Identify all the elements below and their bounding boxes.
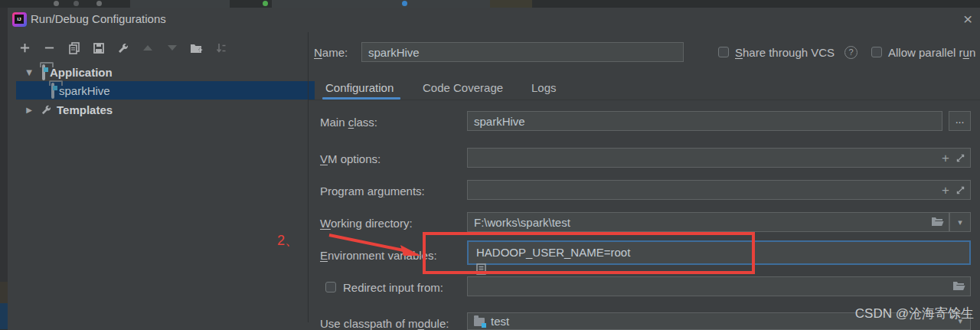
vm-options-input[interactable]: + <box>467 148 971 168</box>
tabs-separator <box>309 100 980 100</box>
open-folder-icon[interactable] <box>952 281 965 292</box>
background-icon <box>74 1 79 6</box>
add-icon[interactable]: + <box>942 152 949 165</box>
background-icon <box>54 1 59 6</box>
application-type-icon <box>51 84 54 97</box>
background-icon <box>263 1 268 6</box>
working-directory-label: Working directory: <box>320 217 413 230</box>
main-class-input[interactable]: sparkHive <box>467 111 942 131</box>
chevron-collapsed-icon[interactable]: ▶ <box>24 106 34 114</box>
panel-divider <box>308 32 309 322</box>
sort-alphabetically-icon <box>214 41 227 54</box>
program-arguments-label: Program arguments: <box>320 185 425 198</box>
remove-icon[interactable] <box>43 41 56 54</box>
tree-item-label: Application <box>50 66 113 79</box>
background-ide-left-strip <box>0 8 8 330</box>
working-directory-dropdown-button[interactable]: ▾ <box>949 212 971 232</box>
chevron-expanded-icon[interactable]: ▼ <box>24 68 34 77</box>
save-icon[interactable] <box>92 41 105 54</box>
program-arguments-input[interactable]: + <box>467 180 971 200</box>
chevron-down-icon: ▾ <box>958 312 962 330</box>
name-label: Name: <box>314 46 348 59</box>
intellij-logo-icon: IJ <box>12 12 27 27</box>
tree-item-templates[interactable]: ▶ Templates <box>16 100 315 119</box>
module-combobox[interactable]: test ▾ <box>467 312 971 330</box>
new-folder-icon[interactable] <box>190 41 203 54</box>
dialog-title: Run/Debug Configurations <box>31 12 166 25</box>
environment-variables-input[interactable]: HADOOP_USER_NAME=root <box>467 240 971 265</box>
background-icon <box>402 1 407 6</box>
edit-defaults-wrench-icon[interactable] <box>116 41 129 54</box>
move-up-icon <box>141 41 154 54</box>
working-directory-input[interactable]: F:\works\spark\test <box>467 212 949 232</box>
expand-field-icon[interactable] <box>956 153 965 163</box>
configurations-toolbar <box>18 41 227 54</box>
module-icon <box>474 318 485 326</box>
tree-item-label: sparkHive <box>59 84 110 97</box>
main-class-label: Main class: <box>320 116 377 129</box>
redirect-input-label: Redirect input from: <box>343 281 443 294</box>
browse-variables-list-icon[interactable] <box>476 263 962 275</box>
name-input[interactable]: sparkHive <box>361 42 684 62</box>
redirect-input-checkbox[interactable] <box>325 282 336 292</box>
templates-wrench-icon <box>41 104 52 116</box>
expand-field-icon[interactable] <box>956 185 965 195</box>
help-icon[interactable]: ? <box>844 46 858 59</box>
move-down-icon <box>165 41 178 54</box>
tree-item-sparkhive-selected[interactable]: sparkHive <box>16 81 315 100</box>
allow-parallel-run-label: Allow parallel run <box>888 46 975 59</box>
allow-parallel-run-checkbox[interactable] <box>871 47 882 57</box>
share-through-vcs-label: Share through VCS <box>735 46 835 59</box>
add-icon[interactable] <box>18 41 31 54</box>
copy-icon[interactable] <box>67 41 80 54</box>
share-through-vcs-checkbox[interactable] <box>718 47 729 57</box>
application-type-icon <box>42 66 45 79</box>
redirect-input-input[interactable] <box>467 276 971 296</box>
background-icon <box>96 1 102 6</box>
tree-item-application[interactable]: ▼ Application <box>16 63 315 81</box>
tree-item-label: Templates <box>57 103 113 116</box>
open-folder-icon[interactable] <box>931 217 944 227</box>
vm-options-label: VM options: <box>320 152 381 165</box>
use-classpath-label: Use classpath of module: <box>320 317 449 330</box>
tab-configuration[interactable]: Configuration <box>325 81 394 94</box>
close-icon[interactable]: × <box>963 11 972 27</box>
tab-code-coverage[interactable]: Code Coverage <box>423 81 503 94</box>
add-icon[interactable]: + <box>942 184 949 197</box>
environment-variables-label: Environment variables: <box>320 249 437 262</box>
background-ide-top-strip <box>0 0 980 8</box>
chevron-down-icon: ▾ <box>958 217 962 227</box>
browse-main-class-button[interactable]: ... <box>949 111 971 131</box>
tab-logs[interactable]: Logs <box>531 81 557 94</box>
